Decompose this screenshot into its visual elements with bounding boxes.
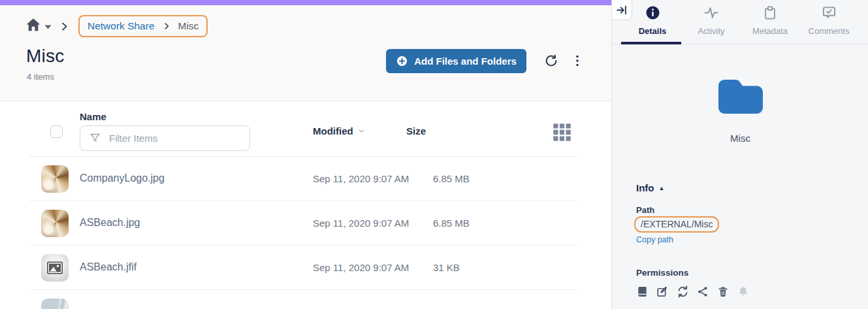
file-modified: Sep 11, 2020 9:07 AM — [313, 262, 409, 273]
grid-view-toggle-button[interactable] — [551, 121, 573, 143]
select-all-checkbox[interactable] — [50, 125, 63, 138]
clipboard-icon — [763, 5, 777, 23]
info-icon — [645, 5, 660, 23]
tab-details-label: Details — [639, 26, 667, 36]
chevron-right-icon — [163, 22, 170, 30]
plus-circle-icon — [396, 55, 408, 67]
read-book-icon[interactable] — [635, 285, 649, 298]
active-tab-indicator — [621, 42, 681, 44]
edit-icon[interactable] — [656, 285, 669, 298]
path-value-highlight-box: /EXTERNAL/Misc — [634, 216, 719, 233]
tab-activity-label: Activity — [698, 26, 724, 36]
activity-icon — [703, 5, 719, 23]
copy-path-link[interactable]: Copy path — [636, 235, 673, 244]
notification-bell-icon[interactable] — [737, 285, 750, 298]
breadcrumb-network-share-link[interactable]: Network Share — [88, 20, 155, 32]
permissions-label: Permissions — [636, 268, 688, 278]
info-section-toggle[interactable]: Info ▲ — [636, 182, 664, 193]
tab-activity[interactable]: Activity — [682, 5, 741, 42]
file-manager-window: Network Share Misc Misc 4 items Add File… — [0, 0, 868, 309]
caret-up-icon: ▲ — [659, 185, 665, 191]
filter-field-wrap — [80, 125, 250, 151]
arrow-to-bar-icon — [616, 5, 628, 16]
accent-top-bar — [0, 0, 611, 5]
page-title: Misc — [26, 46, 64, 67]
item-count: 4 items — [27, 72, 54, 82]
tab-metadata-label: Metadata — [752, 26, 788, 36]
kebab-menu-button[interactable] — [569, 52, 586, 69]
filter-items-input[interactable] — [80, 125, 250, 151]
file-modified: Sep 11, 2020 9:07 AM — [313, 173, 409, 184]
add-files-button-label: Add Files and Folders — [414, 56, 517, 67]
chevron-right-icon — [59, 22, 69, 31]
delete-icon[interactable] — [716, 285, 730, 298]
tab-comments-label: Comments — [809, 26, 850, 36]
modified-label-text: Modified — [313, 125, 353, 137]
info-section-label: Info — [636, 182, 654, 193]
tab-metadata[interactable]: Metadata — [741, 5, 799, 42]
caret-down-icon — [44, 20, 52, 32]
selected-item-preview — [612, 77, 868, 119]
file-name[interactable]: CompanyLogo.jpg — [80, 172, 165, 184]
breadcrumb-current-folder: Misc — [178, 20, 199, 32]
file-size: 31 KB — [433, 262, 460, 273]
breadcrumb: Network Share Misc — [25, 13, 208, 39]
refresh-button[interactable] — [543, 52, 560, 69]
file-name[interactable]: ASBeach.jpg — [80, 217, 140, 229]
comment-check-icon — [822, 5, 837, 23]
breadcrumb-highlight-box: Network Share Misc — [78, 15, 208, 37]
file-row[interactable] — [0, 290, 611, 309]
file-size: 6.85 MB — [433, 218, 470, 229]
share-icon[interactable] — [696, 285, 709, 298]
file-thumbnail — [41, 210, 69, 237]
file-size: 6.85 MB — [433, 173, 470, 184]
file-row[interactable]: CompanyLogo.jpg Sep 11, 2020 9:07 AM 6.8… — [0, 157, 611, 201]
details-sidebar: Details Activity Metadata Comments — [611, 0, 868, 309]
column-header-modified[interactable]: Modified — [313, 125, 366, 137]
sidebar-tabs: Details Activity Metadata Comments — [612, 0, 868, 44]
file-row[interactable]: ASBeach.jfif Sep 11, 2020 9:07 AM 31 KB — [0, 246, 611, 290]
permissions-icons — [635, 285, 750, 298]
file-thumbnail — [41, 165, 69, 193]
path-label: Path — [636, 205, 654, 215]
file-row[interactable]: ASBeach.jpg Sep 11, 2020 9:07 AM 6.85 MB — [0, 201, 611, 246]
file-name[interactable]: ASBeach.jfif — [80, 261, 137, 273]
folder-icon — [715, 107, 766, 118]
path-value: /EXTERNAL/Misc — [641, 219, 713, 229]
filelist-rows: CompanyLogo.jpg Sep 11, 2020 9:07 AM 6.8… — [0, 157, 611, 309]
home-breadcrumb-button[interactable] — [25, 16, 52, 36]
tab-comments[interactable]: Comments — [799, 5, 858, 42]
sort-chevron-down-icon — [357, 127, 366, 135]
file-thumbnail — [41, 299, 69, 309]
collapse-sidebar-button[interactable] — [612, 0, 632, 20]
home-icon — [25, 16, 42, 36]
sync-icon[interactable] — [676, 285, 689, 298]
column-header-size: Size — [406, 125, 426, 137]
image-file-icon — [41, 254, 69, 282]
filelist-header: Name Modified Size — [0, 102, 611, 157]
column-header-name: Name — [80, 111, 106, 122]
selected-item-name: Misc — [612, 133, 868, 144]
main-panel: Network Share Misc Misc 4 items Add File… — [0, 0, 611, 309]
file-modified: Sep 11, 2020 9:07 AM — [313, 218, 409, 229]
add-files-button[interactable]: Add Files and Folders — [386, 49, 526, 73]
